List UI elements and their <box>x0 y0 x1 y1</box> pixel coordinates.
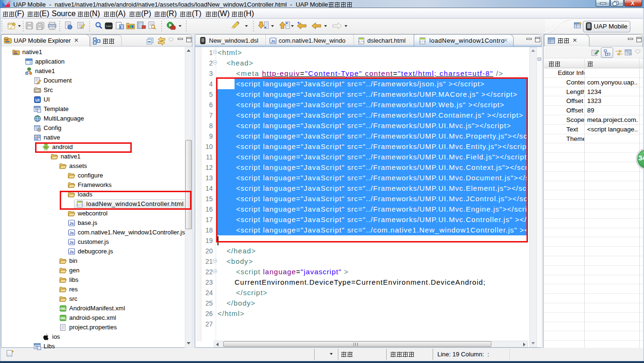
svg-text:Js: Js <box>69 231 74 235</box>
svg-text:Js: Js <box>69 250 74 254</box>
svg-text:XML: XML <box>60 316 66 320</box>
svg-text:UI: UI <box>36 98 40 102</box>
svg-text:Js: Js <box>69 240 74 245</box>
svg-text:Intel: Intel <box>106 25 111 28</box>
svg-text:</>: </> <box>419 40 426 44</box>
svg-text:Js: Js <box>69 221 74 226</box>
svg-text:</>: </> <box>358 40 364 44</box>
svg-text:Js: Js <box>271 39 275 44</box>
svg-text:XML: XML <box>60 307 66 310</box>
